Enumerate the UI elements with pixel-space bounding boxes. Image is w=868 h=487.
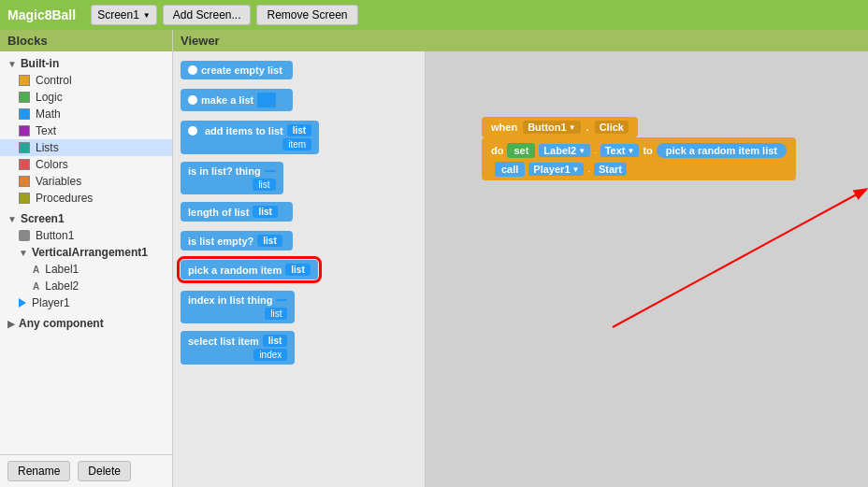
sidebar-item-lists[interactable]: Lists — [0, 139, 172, 156]
label2-icon: A — [33, 281, 39, 292]
player1-icon — [19, 298, 26, 308]
logic-color-dot — [19, 92, 30, 103]
lists-color-dot — [19, 142, 30, 153]
block-circle3 — [188, 126, 197, 136]
block-make-a-list[interactable]: make a list — [181, 89, 417, 117]
pick-random-value[interactable]: pick a random item list — [657, 143, 787, 158]
control-color-dot — [19, 75, 30, 86]
screen-dropdown[interactable]: Screen1 — [91, 5, 157, 25]
math-color-dot — [19, 108, 30, 120]
colors-color-dot — [19, 159, 30, 170]
sidebar-item-player1[interactable]: Player1 — [0, 294, 172, 311]
viewer-header: Viewer — [173, 30, 868, 51]
call-block[interactable]: call — [495, 162, 525, 177]
remove-screen-button[interactable]: Remove Screen — [256, 5, 357, 25]
app-header: Magic8Ball Screen1 Add Screen... Remove … — [0, 0, 868, 30]
click-dropdown[interactable]: Click — [595, 121, 629, 134]
label2-dropdown[interactable]: Label2▼ — [539, 144, 590, 157]
block-circle — [188, 65, 197, 75]
sidebar-item-variables[interactable]: Variables — [0, 173, 172, 190]
sidebar-item-button1[interactable]: Button1 — [0, 227, 172, 244]
sidebar-item-math[interactable]: Math — [0, 106, 172, 122]
when-block[interactable]: when Button1▼ . Click — [482, 117, 638, 137]
make-list-slot — [257, 93, 276, 107]
add-screen-button[interactable]: Add Screen... — [163, 5, 252, 25]
set-block[interactable]: set — [507, 143, 535, 158]
set-row: do set Label2▼ . Text▼ to pick a random … — [491, 143, 787, 158]
text-dropdown[interactable]: Text▼ — [600, 144, 640, 157]
viewer: Viewer create empty list make a list — [173, 30, 868, 487]
sidebar-item-label2[interactable]: A Label2 — [0, 278, 172, 294]
svg-line-0 — [613, 190, 865, 327]
sidebar-item-colors[interactable]: Colors — [0, 156, 172, 173]
block-is-in-list[interactable]: is in list? thing list — [181, 162, 417, 194]
any-component-section[interactable]: ▶ Any component — [0, 315, 172, 332]
block-length-of-list[interactable]: length of list list — [181, 202, 417, 227]
text-color-dot — [19, 125, 30, 136]
screen1-section[interactable]: ▼ Screen1 — [0, 210, 172, 227]
block-circle2 — [188, 95, 197, 105]
screen1-expand-icon: ▼ — [7, 214, 17, 224]
label1-icon: A — [33, 265, 39, 275]
call-row: call Player1▼ . Start — [491, 162, 787, 177]
sidebar-item-text[interactable]: Text — [0, 122, 172, 139]
block-add-items[interactable]: add items to list list item — [181, 121, 417, 154]
sidebar: Blocks ▼ Built-in Control Logic Math Tex… — [0, 30, 173, 487]
player1-dropdown[interactable]: Player1▼ — [528, 163, 584, 176]
start-block[interactable]: Start — [594, 163, 627, 176]
sidebar-bottom: Rename Delete — [0, 454, 172, 487]
block-create-empty-list[interactable]: create empty list — [181, 61, 417, 85]
sidebar-item-procedures[interactable]: Procedures — [0, 190, 172, 207]
do-block: do set Label2▼ . Text▼ to pick a random … — [482, 137, 796, 180]
main-layout: Blocks ▼ Built-in Control Logic Math Tex… — [0, 30, 868, 487]
block-select-list-item[interactable]: select list item list index — [181, 331, 417, 365]
button1-dropdown[interactable]: Button1▼ — [523, 121, 580, 134]
va-expand-icon: ▼ — [19, 248, 28, 258]
sidebar-item-control[interactable]: Control — [0, 72, 172, 89]
sidebar-header: Blocks — [0, 30, 172, 51]
block-index-in-list[interactable]: index in list thing list — [181, 291, 417, 323]
canvas-area: when Button1▼ . Click do — [426, 51, 868, 487]
procedures-color-dot — [19, 193, 30, 204]
expand-icon: ▼ — [7, 59, 17, 69]
delete-button[interactable]: Delete — [78, 461, 131, 481]
built-in-section[interactable]: ▼ Built-in — [0, 55, 172, 72]
sidebar-content: ▼ Built-in Control Logic Math Text Li — [0, 51, 172, 454]
block-pick-random-item[interactable]: pick a random item list — [181, 260, 417, 285]
vertical-arrangement-section[interactable]: ▼ VerticalArrangement1 — [0, 244, 172, 261]
viewer-content: create empty list make a list — [173, 51, 868, 487]
button1-icon — [19, 230, 30, 241]
variables-color-dot — [19, 176, 30, 187]
app-title: Magic8Ball — [7, 7, 76, 22]
sidebar-item-logic[interactable]: Logic — [0, 89, 172, 106]
workspace-block-group: when Button1▼ . Click do — [482, 117, 868, 180]
sidebar-item-label1[interactable]: A Label1 — [0, 261, 172, 278]
any-component-icon: ▶ — [7, 319, 15, 329]
blocks-panel: create empty list make a list — [173, 51, 426, 487]
rename-button[interactable]: Rename — [7, 461, 70, 481]
block-is-list-empty[interactable]: is list empty? list — [181, 231, 417, 256]
